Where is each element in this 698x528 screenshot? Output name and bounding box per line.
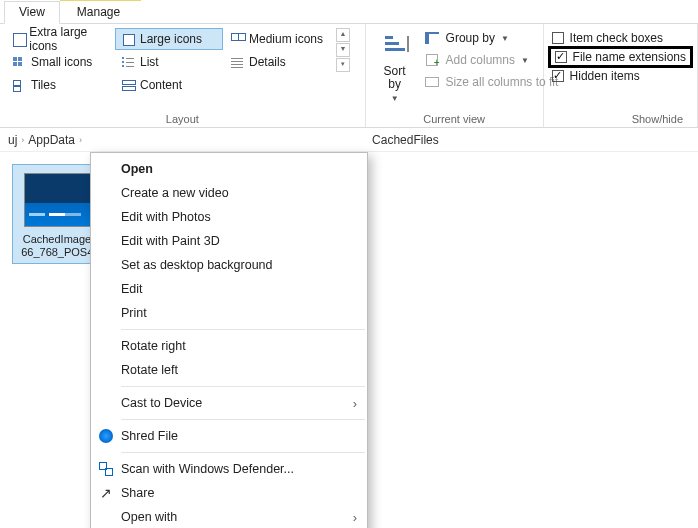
chevron-right-icon: ›	[79, 135, 82, 145]
context-menu: Open Create a new video Edit with Photos…	[90, 152, 368, 528]
view-details[interactable]: Details	[224, 51, 332, 73]
checkbox-checked-icon	[555, 51, 567, 63]
breadcrumb[interactable]: uj › AppData › CachedFiles	[0, 128, 698, 152]
sort-icon	[381, 34, 409, 60]
chevron-down-icon: ▼	[391, 94, 399, 103]
ctx-open[interactable]: Open	[91, 157, 367, 181]
label: Size all columns to fit	[446, 75, 559, 89]
group-label-current-view: Current view	[372, 111, 537, 125]
label: Sort by	[384, 64, 406, 91]
tiles-icon	[11, 77, 27, 93]
breadcrumb-segment[interactable]: uj	[8, 133, 17, 147]
label: Add columns	[446, 53, 515, 67]
ctx-edit[interactable]: Edit	[91, 277, 367, 301]
view-content[interactable]: Content	[115, 74, 223, 96]
chevron-right-icon: ›	[353, 396, 357, 411]
label: Large icons	[140, 32, 202, 46]
ctx-create-new-video[interactable]: Create a new video	[91, 181, 367, 205]
label: File name extensions	[573, 50, 686, 64]
chevron-down-icon: ▼	[521, 56, 529, 65]
small-icons-icon	[11, 54, 27, 70]
group-by-button[interactable]: Group by ▼	[420, 28, 563, 48]
separator	[121, 386, 365, 387]
ctx-edit-with-photos[interactable]: Edit with Photos	[91, 205, 367, 229]
ctx-rotate-left[interactable]: Rotate left	[91, 358, 367, 382]
view-small-icons[interactable]: Small icons	[6, 51, 114, 73]
checkbox-checked-icon	[552, 70, 564, 82]
view-large-icons[interactable]: Large icons	[115, 28, 223, 50]
label: Group by	[446, 31, 495, 45]
label: Medium icons	[249, 32, 323, 46]
label: Details	[249, 55, 286, 69]
separator	[121, 329, 365, 330]
tab-view[interactable]: View	[4, 1, 60, 24]
tab-manage[interactable]: Manage	[62, 1, 135, 23]
label: Small icons	[31, 55, 92, 69]
label: Tiles	[31, 78, 56, 92]
group-label-show-hide: Show/hide	[550, 111, 691, 125]
highlight-annotation: File name extensions	[548, 46, 693, 68]
ctx-scan-defender[interactable]: Scan with Windows Defender...	[91, 457, 367, 481]
ctx-open-with[interactable]: Open with›	[91, 505, 367, 528]
size-columns-fit-button[interactable]: Size all columns to fit	[420, 72, 563, 92]
checkbox-icon	[552, 32, 564, 44]
window-title: CachedFiles	[143, 0, 238, 1]
ctx-rotate-right[interactable]: Rotate right	[91, 334, 367, 358]
layout-scroll-down[interactable]: ▼	[336, 43, 350, 57]
label: List	[140, 55, 159, 69]
size-fit-icon	[424, 74, 440, 90]
label: Hidden items	[570, 69, 640, 83]
group-by-icon	[424, 30, 440, 46]
ctx-shred-file[interactable]: Shred File	[91, 424, 367, 448]
shred-icon	[97, 427, 115, 445]
label: Content	[140, 78, 182, 92]
chevron-right-icon: ›	[353, 510, 357, 525]
add-columns-button[interactable]: Add columns ▼	[420, 50, 563, 70]
defender-icon	[97, 460, 115, 478]
chevron-right-icon: ›	[21, 135, 24, 145]
view-extra-large-icons[interactable]: Extra large icons	[6, 28, 114, 50]
sort-by-button[interactable]: Sort by▼	[372, 28, 418, 108]
ctx-cast-to-device[interactable]: Cast to Device›	[91, 391, 367, 415]
view-medium-icons[interactable]: Medium icons	[224, 28, 332, 50]
separator	[121, 419, 365, 420]
item-check-boxes-toggle[interactable]: Item check boxes	[550, 30, 691, 46]
breadcrumb-segment-right[interactable]: CachedFiles	[372, 133, 439, 147]
breadcrumb-segment[interactable]: AppData	[28, 133, 75, 147]
separator	[121, 452, 365, 453]
label: Extra large icons	[29, 25, 109, 53]
large-icons-icon	[120, 31, 136, 47]
hidden-items-toggle[interactable]: Hidden items	[550, 68, 691, 84]
label: Item check boxes	[570, 31, 663, 45]
content-icon	[120, 77, 136, 93]
layout-scroll-more[interactable]: ▾	[336, 58, 350, 72]
layout-scroll-up[interactable]: ▲	[336, 28, 350, 42]
details-icon	[229, 54, 245, 70]
file-name-extensions-toggle[interactable]: File name extensions	[553, 49, 688, 65]
list-icon	[120, 54, 136, 70]
share-icon: ↗	[97, 484, 115, 502]
ctx-edit-with-paint-3d[interactable]: Edit with Paint 3D	[91, 229, 367, 253]
view-tiles[interactable]: Tiles	[6, 74, 114, 96]
file-thumbnail	[24, 173, 96, 227]
extra-large-icons-icon	[11, 31, 25, 47]
ctx-set-desktop-background[interactable]: Set as desktop background	[91, 253, 367, 277]
group-label-layout: Layout	[6, 111, 359, 125]
chevron-down-icon: ▼	[501, 34, 509, 43]
add-columns-icon	[424, 52, 440, 68]
view-list[interactable]: List	[115, 51, 223, 73]
ctx-share[interactable]: ↗Share	[91, 481, 367, 505]
ctx-print[interactable]: Print	[91, 301, 367, 325]
medium-icons-icon	[229, 31, 245, 47]
